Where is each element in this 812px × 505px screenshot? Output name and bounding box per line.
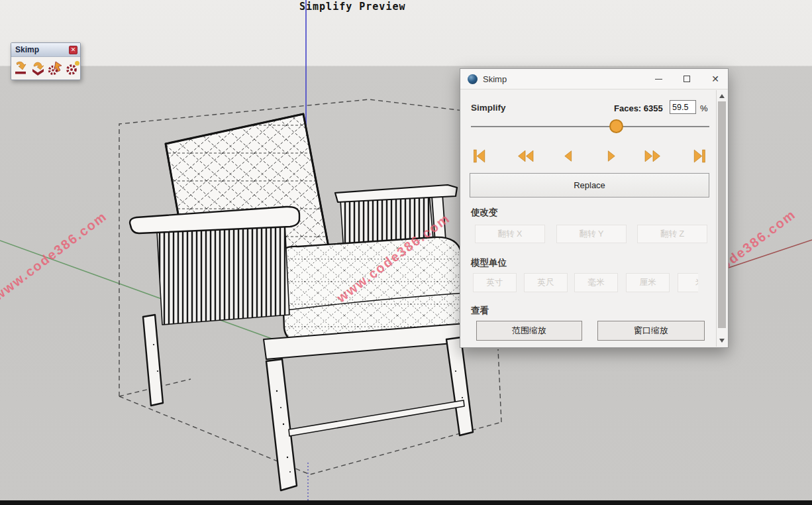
minimize-button[interactable] bbox=[647, 69, 670, 89]
units-section-label: 模型单位 bbox=[471, 257, 507, 269]
faces-count: Faces: 6355 bbox=[614, 103, 663, 113]
unit-mm-button[interactable]: 毫米 bbox=[574, 273, 618, 292]
skip-to-start-button[interactable] bbox=[471, 146, 489, 165]
simplify-preview-caption: Simplify Preview bbox=[299, 1, 406, 13]
fast-forward-button[interactable] bbox=[643, 146, 662, 165]
settings-gear-icon[interactable] bbox=[65, 60, 80, 77]
units-button-row: 英寸 英尺 毫米 厘米 米 bbox=[460, 273, 698, 293]
maximize-icon bbox=[684, 76, 690, 82]
unit-inch-button[interactable]: 英寸 bbox=[473, 273, 517, 292]
preview-player-controls bbox=[460, 146, 729, 165]
simplify-slider-track[interactable] bbox=[471, 126, 709, 127]
view-section-label: 查看 bbox=[471, 305, 489, 317]
simplify-section-label: Simplify bbox=[471, 103, 506, 113]
dialog-scrollbar[interactable] bbox=[716, 90, 727, 347]
import-gear-icon[interactable] bbox=[48, 60, 63, 77]
skimp-dialog: Skimp ✕ Simplify Faces: 6355 % bbox=[460, 68, 729, 348]
toolbar-titlebar[interactable]: Skimp ✕ bbox=[11, 43, 80, 57]
unit-cm-button[interactable]: 厘米 bbox=[626, 273, 670, 292]
replace-button[interactable]: Replace bbox=[470, 173, 709, 197]
faces-value: 6355 bbox=[644, 103, 663, 113]
sketchup-viewport: Simplify Preview www.code386.com www.cod… bbox=[0, 0, 812, 505]
maximize-button[interactable] bbox=[676, 69, 698, 89]
percent-sign: % bbox=[700, 103, 708, 113]
minimize-icon bbox=[655, 79, 662, 80]
skimp-toolbar-window: Skimp ✕ bbox=[11, 42, 81, 80]
step-back-button[interactable] bbox=[559, 146, 578, 165]
simplify-slider-knob[interactable] bbox=[609, 119, 623, 133]
zoom-window-button[interactable]: 窗口缩放 bbox=[597, 321, 705, 341]
scrollbar-thumb[interactable] bbox=[718, 101, 726, 328]
rewind-button[interactable] bbox=[516, 146, 534, 165]
percent-input[interactable] bbox=[670, 100, 696, 114]
transform-section-label: 使改变 bbox=[471, 207, 498, 219]
simplify-model-icon[interactable] bbox=[13, 60, 28, 77]
flip-y-button[interactable]: 翻转 Y bbox=[556, 225, 627, 243]
unit-m-button[interactable]: 米 bbox=[678, 273, 698, 292]
close-button[interactable]: ✕ bbox=[704, 69, 727, 89]
play-button[interactable] bbox=[601, 146, 620, 165]
dialog-title: Skimp bbox=[483, 74, 507, 84]
scroll-down-icon[interactable] bbox=[719, 339, 725, 343]
scroll-up-icon[interactable] bbox=[719, 94, 725, 98]
close-icon: ✕ bbox=[711, 74, 719, 84]
toolbar-title: Skimp bbox=[15, 45, 69, 54]
skimp-app-icon bbox=[468, 74, 478, 84]
flip-x-button[interactable]: 翻转 X bbox=[475, 225, 545, 243]
zoom-extents-button[interactable]: 范围缩放 bbox=[476, 321, 582, 341]
bottom-bar bbox=[0, 500, 812, 505]
flip-z-button[interactable]: 翻转 Z bbox=[637, 225, 707, 243]
simplify-selection-icon[interactable] bbox=[30, 60, 46, 77]
skip-to-end-button[interactable] bbox=[689, 146, 707, 165]
toolbar-close-button[interactable]: ✕ bbox=[69, 46, 77, 54]
unit-feet-button[interactable]: 英尺 bbox=[524, 273, 568, 292]
faces-label: Faces: bbox=[614, 103, 641, 113]
